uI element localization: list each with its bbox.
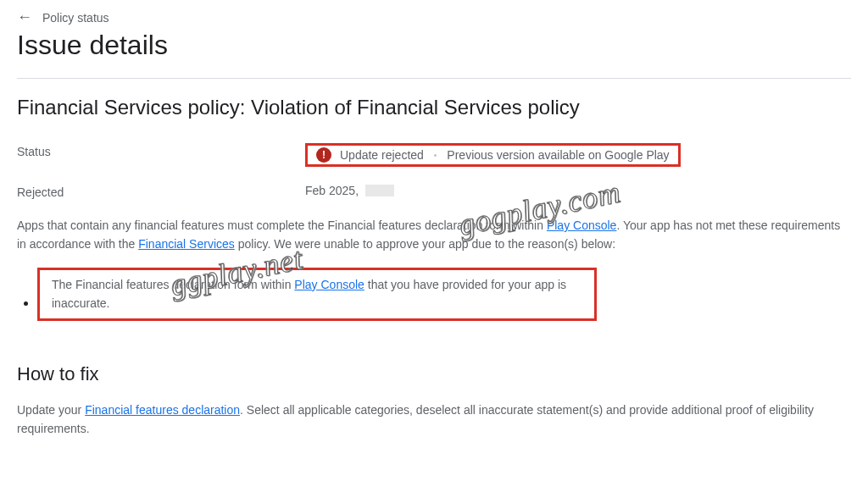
desc-suffix: policy. We were unable to approve your a… [235,237,615,251]
redacted-block [365,185,394,196]
financial-services-link[interactable]: Financial Services [138,237,235,251]
policy-title: Financial Services policy: Violation of … [17,96,851,119]
rejected-row: Rejected Feb 2025, [17,184,851,199]
error-icon: ! [316,147,331,163]
back-arrow-icon[interactable]: ← [17,8,32,26]
play-console-link[interactable]: Play Console [547,218,617,232]
description-text: Apps that contain any financial features… [17,216,851,254]
rejected-date: Feb 2025, [305,184,359,197]
how-to-fix-title: How to fix [17,363,851,385]
reason-list: The Financial features declaration form … [17,268,851,321]
reason-highlight: The Financial features declaration form … [37,268,597,321]
fix-prefix: Update your [17,403,85,417]
status-primary: Update rejected [340,148,424,162]
status-label: Status [17,143,305,158]
status-row: Status ! Update rejected • Previous vers… [17,143,851,167]
divider [17,78,851,79]
breadcrumb: ← Policy status [17,8,851,26]
play-console-link-2[interactable]: Play Console [294,278,364,291]
desc-prefix: Apps that contain any financial features… [17,218,547,232]
page-title: Issue details [17,30,851,61]
financial-features-link[interactable]: Financial features declaration [85,403,240,417]
reason-item: The Financial features declaration form … [37,268,851,321]
rejected-label: Rejected [17,184,305,199]
status-secondary: Previous version available on Google Pla… [447,148,669,162]
rejected-value: Feb 2025, [305,184,851,197]
status-value: ! Update rejected • Previous version ava… [305,143,851,167]
breadcrumb-label[interactable]: Policy status [42,11,109,25]
status-separator: • [434,151,437,160]
fix-text: Update your Financial features declarati… [17,401,851,439]
status-highlight: ! Update rejected • Previous version ava… [305,143,681,167]
reason-prefix: The Financial features declaration form … [52,278,294,291]
